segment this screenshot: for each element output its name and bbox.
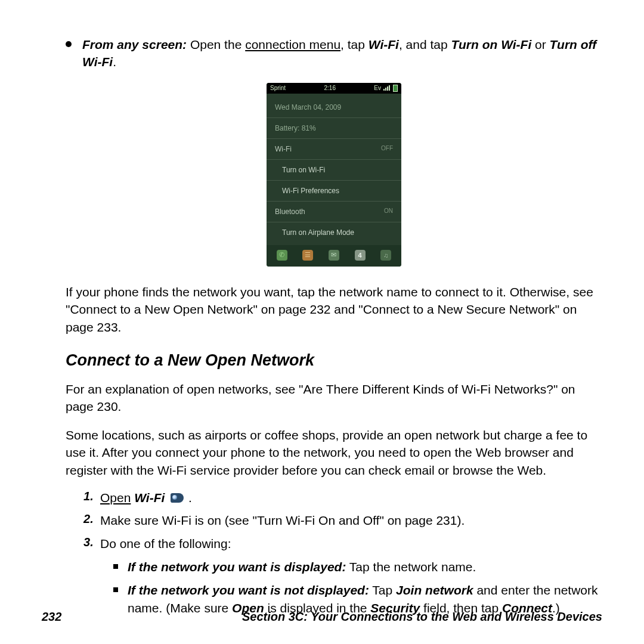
phone-app-icon[interactable]: ✆: [277, 250, 287, 261]
wifi-label: Wi-Fi: [369, 38, 399, 51]
step-2: Make sure Wi-Fi is on (see "Turn Wi-Fi O…: [83, 512, 602, 529]
sub-a-lead: If the network you want is displayed:: [128, 560, 346, 574]
dock: ✆ ☰ ✉ 4 ♫: [267, 245, 401, 267]
phone-frame: Sprint 2:16 Ev Wed March 04, 2009 Batter…: [267, 83, 401, 267]
battery-text: Battery: 81%: [275, 124, 316, 132]
clock: 2:16: [324, 85, 335, 91]
bullet-icon: [66, 41, 72, 47]
bluetooth-label: Bluetooth: [275, 208, 305, 216]
square-bullet-icon: [113, 564, 118, 569]
content-block: From any screen: Open the connection men…: [66, 36, 602, 617]
bluetooth-state: ON: [384, 208, 393, 216]
calendar-badge: 4: [358, 252, 362, 259]
wifi-row-label: Wi-Fi: [275, 145, 292, 153]
step-3: Do one of the following:: [83, 535, 602, 552]
step-1: Open Wi-Fi .: [83, 490, 602, 506]
battery-icon: [393, 85, 398, 92]
step-1-tail: .: [185, 491, 192, 504]
date-text: Wed March 04, 2009: [275, 103, 341, 112]
wifi-row[interactable]: Wi-Fi OFF: [267, 139, 401, 160]
text: .: [113, 55, 116, 69]
status-bar: Sprint 2:16 Ev: [267, 83, 401, 94]
wifi-app-icon: [171, 493, 184, 503]
step-2-body: Make sure Wi-Fi is on (see "Turn Wi-Fi O…: [100, 512, 465, 529]
step-3-body: Do one of the following:: [100, 535, 231, 552]
sub-a-body: Tap the network name.: [346, 560, 476, 574]
connection-menu: Wed March 04, 2009 Battery: 81% Wi-Fi OF…: [267, 94, 401, 245]
signal-icon: [383, 86, 391, 91]
wifi-prefs-row[interactable]: Wi-Fi Preferences: [267, 181, 401, 202]
text: , and tap: [399, 38, 451, 51]
calendar-app-icon[interactable]: 4: [355, 250, 366, 261]
turn-on-wifi-label: Turn on Wi-Fi: [282, 166, 325, 174]
media-app-icon[interactable]: ♫: [380, 250, 391, 261]
ev-label: Ev: [374, 85, 381, 91]
manual-page: From any screen: Open the connection men…: [0, 0, 644, 644]
section-label: Section 3C: Your Connections to the Web …: [242, 610, 602, 624]
wifi-state: OFF: [381, 145, 393, 153]
carrier-label: Sprint: [270, 85, 286, 91]
page-number: 232: [42, 610, 61, 624]
step-3-sublist: If the network you want is displayed: Ta…: [113, 558, 602, 617]
steps-list: Open Wi-Fi . Make sure Wi-Fi is on (see …: [83, 490, 602, 552]
found-paragraph: If your phone finds the network you want…: [66, 283, 602, 336]
top-bullet-item: From any screen: Open the connection men…: [66, 36, 602, 71]
text: or: [531, 38, 549, 51]
turn-on-wifi-row[interactable]: Turn on Wi-Fi: [267, 160, 401, 181]
lead-label: From any screen:: [82, 38, 187, 51]
contacts-app-icon[interactable]: ☰: [302, 250, 313, 261]
text: , tap: [340, 38, 369, 51]
sub-b-lead: If the network you want is not displayed…: [128, 583, 369, 597]
join-network-label: Join network: [396, 583, 473, 597]
date-row: Wed March 04, 2009: [267, 97, 401, 118]
airplane-label: Turn on Airplane Mode: [282, 228, 354, 237]
explain-paragraph: For an explanation of open networks, see…: [66, 380, 602, 416]
wifi-prefs-label: Wi-Fi Preferences: [282, 187, 339, 195]
section-heading: Connect to a New Open Network: [66, 351, 602, 370]
page-footer: 232 Section 3C: Your Connections to the …: [42, 610, 602, 624]
airplane-mode-row[interactable]: Turn on Airplane Mode: [267, 222, 401, 243]
battery-row: Battery: 81%: [267, 118, 401, 139]
text: Tap: [369, 583, 396, 597]
step-1-body: Open Wi-Fi .: [100, 490, 192, 506]
text: Open the: [187, 38, 245, 51]
open-link[interactable]: Open: [100, 491, 131, 504]
top-bullet-text: From any screen: Open the connection men…: [82, 36, 602, 71]
wifi-app-label: Wi-Fi: [134, 491, 165, 504]
turn-on-label: Turn on Wi-Fi: [451, 38, 532, 51]
square-bullet-icon: [113, 587, 118, 592]
connection-menu-link[interactable]: connection menu: [245, 38, 340, 51]
fee-paragraph: Some locations, such as airports or coff…: [66, 426, 602, 479]
sub-item-a: If the network you want is displayed: Ta…: [113, 558, 602, 575]
status-icons: Ev: [374, 85, 398, 92]
bluetooth-row[interactable]: Bluetooth ON: [267, 202, 401, 222]
sub-a-text: If the network you want is displayed: Ta…: [128, 558, 476, 575]
phone-screenshot: Sprint 2:16 Ev Wed March 04, 2009 Batter…: [66, 83, 602, 267]
mail-app-icon[interactable]: ✉: [329, 250, 339, 261]
